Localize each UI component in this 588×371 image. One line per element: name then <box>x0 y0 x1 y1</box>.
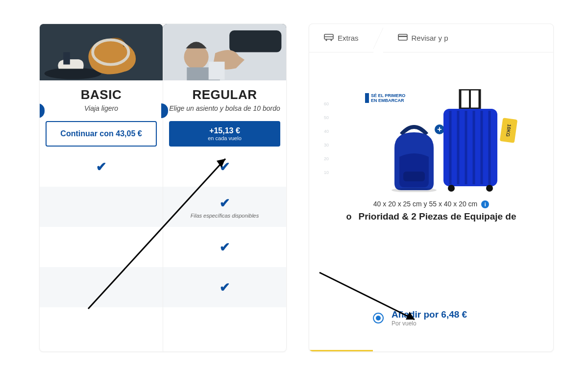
priority-product-title: o Prioridad & 2 Piezas de Equipaje de <box>309 211 553 222</box>
weight-tag-10kg: 10KG <box>500 118 517 143</box>
first-to-board-badge: SÉ EL PRIMERO EN EMBARCAR <box>365 93 405 103</box>
bus-icon <box>324 33 334 43</box>
continue-basic-label: Continuar con 43,05 € <box>60 129 142 138</box>
svg-point-1 <box>45 68 101 79</box>
check-icon: ✔ <box>220 159 230 174</box>
svg-rect-17 <box>403 172 425 181</box>
fare-compare-panel: BASIC Viaja ligero Continuar con 43,05 €… <box>39 24 287 352</box>
continue-basic-button[interactable]: Continuar con 43,05 € <box>46 121 157 147</box>
add-priority-option[interactable]: Añadir por 6,48 € Por vuelo <box>373 309 467 327</box>
fare-title-basic: BASIC <box>40 87 163 102</box>
check-icon: ✔ <box>220 196 230 211</box>
step-review-label: Revisar y p <box>412 34 448 42</box>
backpack-icon <box>385 124 443 192</box>
check-icon: ✔ <box>220 240 230 255</box>
progress-step-extras[interactable]: Extras <box>309 33 373 43</box>
info-icon[interactable]: i <box>481 200 489 208</box>
fare-subtitle-basic: Viaja ligero <box>40 104 163 112</box>
card-icon <box>398 34 408 42</box>
add-price-label: Añadir por 6,48 € <box>392 309 467 320</box>
size-ruler: 60 50 40 30 20 10 <box>324 101 329 184</box>
extras-panel: Extras Revisar y p 60 50 40 30 20 10 SÉ … <box>309 24 554 352</box>
check-icon: ✔ <box>220 280 230 295</box>
fare-column-basic: BASIC Viaja ligero Continuar con 43,05 €… <box>40 24 163 351</box>
regular-feature-3: ✔ <box>163 227 286 267</box>
regular-feature-4: ✔ <box>163 267 286 307</box>
progress-step-review[interactable]: Revisar y p <box>383 34 463 42</box>
radio-selected-icon[interactable] <box>373 313 384 323</box>
svg-point-13 <box>330 39 332 41</box>
fare-column-regular: REGULAR Elige un asiento y bolsa de 10 b… <box>163 24 286 351</box>
regular-feature-2: ✔ Filas específicas disponibles <box>163 187 286 227</box>
regular-price-sub: en cada vuelo <box>208 135 242 141</box>
basic-feature-2 <box>40 187 163 227</box>
fare-title-regular: REGULAR <box>163 87 286 102</box>
checkout-progress: Extras Revisar y p <box>309 24 553 52</box>
regular-feature-1: ✔ <box>163 147 286 187</box>
svg-rect-15 <box>398 34 407 40</box>
luggage-illustration: SÉ EL PRIMERO EN EMBARCAR + <box>350 84 512 197</box>
check-icon: ✔ <box>96 159 107 174</box>
suitcase-icon <box>439 89 502 192</box>
basic-feature-1: ✔ <box>40 147 163 187</box>
fare-image-regular <box>163 24 286 80</box>
separator-o: o <box>346 212 351 222</box>
svg-rect-5 <box>229 30 281 52</box>
fare-subtitle-regular: Elige un asiento y bolsa de 10 bordo <box>163 104 286 112</box>
luggage-dimensions: 40 x 20 x 25 cm y 55 x 40 x 20 cm i <box>309 200 553 208</box>
basic-feature-4 <box>40 267 163 307</box>
regular-row2-note: Filas específicas disponibles <box>191 213 259 219</box>
svg-rect-16 <box>398 36 407 37</box>
step-extras-label: Extras <box>338 34 359 42</box>
svg-point-12 <box>325 39 327 41</box>
svg-rect-2 <box>63 52 70 65</box>
fare-image-basic <box>40 24 163 80</box>
svg-rect-8 <box>209 62 225 80</box>
svg-point-28 <box>448 185 455 192</box>
add-price-sub: Por vuelo <box>392 320 467 327</box>
step-separator <box>373 24 383 52</box>
select-regular-button[interactable]: +15,13 € en cada vuelo <box>169 121 280 147</box>
basic-feature-3 <box>40 227 163 267</box>
regular-price-label: +15,13 € <box>209 126 240 135</box>
svg-point-29 <box>486 185 493 192</box>
